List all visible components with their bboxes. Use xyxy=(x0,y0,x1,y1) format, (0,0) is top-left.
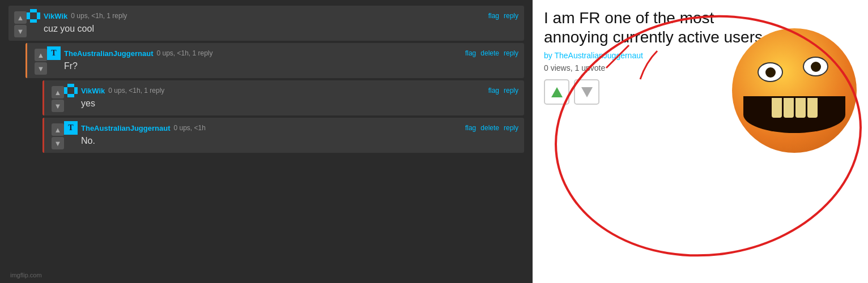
upvote-icon xyxy=(551,87,563,97)
delete-link[interactable]: delete xyxy=(480,124,499,132)
tooth xyxy=(795,98,806,118)
upvote-button[interactable]: ▲ xyxy=(52,123,64,136)
reply-link[interactable]: reply xyxy=(504,49,518,57)
user-avatar: T xyxy=(64,121,78,135)
orange-face-inner xyxy=(732,28,857,153)
reply-link[interactable]: reply xyxy=(504,124,518,132)
comment-row: ▲ ▼ VikWik xyxy=(8,6,524,41)
comment-content: T TheAustralianJuggernaut 0 ups, <1h fla… xyxy=(64,121,518,146)
downvote-button[interactable]: ▼ xyxy=(52,137,64,149)
downvote-icon xyxy=(581,87,593,97)
comment-stats: 0 ups, <1h, 1 reply xyxy=(108,87,164,95)
comment-text: No. xyxy=(64,136,518,146)
comment-row: ▲ ▼ VikWik 0 ups, <1h, xyxy=(42,80,524,115)
comment-content: VikWik 0 ups, <1h, 1 reply flag reply cu… xyxy=(27,9,518,34)
tooth xyxy=(772,98,782,118)
orange-left-pupil xyxy=(765,67,776,78)
flag-link[interactable]: flag xyxy=(465,49,476,57)
upvote-button[interactable]: ▲ xyxy=(52,86,64,98)
by-label: by xyxy=(544,51,552,60)
post-upvote-button[interactable] xyxy=(544,79,569,105)
comment-stats: 0 ups, <1h xyxy=(173,124,205,132)
comment-actions: flag delete reply xyxy=(465,49,518,57)
comment-stats: 0 ups, <1h, 1 reply xyxy=(156,49,212,57)
vote-column: ▲ ▼ xyxy=(52,84,64,112)
comment-thread-panel: ▲ ▼ VikWik xyxy=(0,0,533,283)
orange-mouth xyxy=(743,96,845,133)
user-avatar xyxy=(64,84,78,97)
tooth xyxy=(807,98,818,118)
reply-link[interactable]: reply xyxy=(504,87,518,95)
delete-link[interactable]: delete xyxy=(480,49,499,57)
vote-column: ▲ ▼ xyxy=(14,9,27,37)
comment-actions: flag delete reply xyxy=(465,124,518,132)
comment-content: VikWik 0 ups, <1h, 1 reply flag reply ye… xyxy=(64,84,518,109)
comment-username[interactable]: VikWik xyxy=(81,87,105,95)
vote-column: ▲ ▼ xyxy=(35,46,47,75)
comment-text: cuz you cool xyxy=(27,24,518,34)
user-avatar: T xyxy=(47,46,61,60)
orange-right-pupil xyxy=(811,62,821,72)
comment-row: ▲ ▼ T TheAustralianJuggernaut 0 ups, <1h… xyxy=(42,118,524,153)
downvote-button[interactable]: ▼ xyxy=(14,25,27,37)
user-avatar xyxy=(27,9,40,23)
comment-border xyxy=(25,43,27,78)
post-author[interactable]: TheAustralianJuggernaut xyxy=(554,51,643,60)
downvote-button[interactable]: ▼ xyxy=(52,100,64,112)
orange-teeth xyxy=(772,98,818,118)
vote-column: ▲ ▼ xyxy=(52,121,64,149)
watermark: imgflip.com xyxy=(10,272,42,278)
comment-username[interactable]: TheAustralianJuggernaut xyxy=(81,124,170,132)
main-container: ▲ ▼ VikWik xyxy=(0,0,868,283)
comment-text: Fr? xyxy=(47,61,518,71)
flag-link[interactable]: flag xyxy=(465,124,476,132)
comment-content: T TheAustralianJuggernaut 0 ups, <1h, 1 … xyxy=(47,46,518,71)
orange-left-eye xyxy=(758,62,783,82)
orange-face-image xyxy=(732,28,857,153)
comment-border xyxy=(42,80,44,115)
flag-link[interactable]: flag xyxy=(488,87,499,95)
comment-row: ▲ ▼ T TheAustralianJuggernaut 0 ups, <1h… xyxy=(25,43,524,78)
comment-border xyxy=(42,118,44,153)
post-panel: I am FR one of the most annoying current… xyxy=(533,0,868,283)
comment-actions: flag reply xyxy=(488,87,518,95)
downvote-button[interactable]: ▼ xyxy=(35,62,47,75)
upvote-button[interactable]: ▲ xyxy=(14,11,27,24)
reply-link[interactable]: reply xyxy=(504,12,518,20)
comment-stats: 0 ups, <1h, 1 reply xyxy=(71,12,127,20)
post-downvote-button[interactable] xyxy=(574,79,599,105)
comment-username[interactable]: TheAustralianJuggernaut xyxy=(64,49,153,58)
comment-actions: flag reply xyxy=(488,12,518,20)
upvote-button[interactable]: ▲ xyxy=(35,49,47,61)
orange-right-eye xyxy=(803,57,828,76)
tooth xyxy=(784,98,794,118)
comment-text: yes xyxy=(64,98,518,109)
flag-link[interactable]: flag xyxy=(488,12,499,20)
comment-username[interactable]: VikWik xyxy=(44,12,67,20)
